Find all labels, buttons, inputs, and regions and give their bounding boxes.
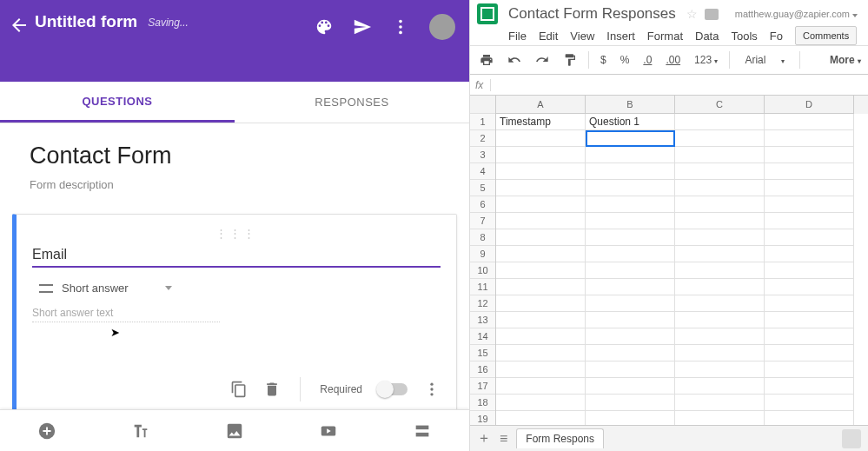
all-sheets-icon[interactable]: ≡ xyxy=(500,431,507,447)
cell[interactable] xyxy=(765,229,854,246)
cell[interactable] xyxy=(496,328,586,345)
row-header[interactable]: 13 xyxy=(470,312,495,328)
comments-button[interactable]: Comments xyxy=(795,26,857,45)
cell[interactable] xyxy=(675,395,765,411)
question-more-icon[interactable] xyxy=(423,381,441,398)
add-sheet-icon[interactable]: ＋ xyxy=(477,429,491,448)
cell[interactable] xyxy=(765,180,854,196)
duplicate-icon[interactable] xyxy=(230,381,248,398)
cell[interactable] xyxy=(496,196,586,213)
cell[interactable] xyxy=(586,196,675,213)
cell[interactable] xyxy=(765,114,854,130)
cell[interactable] xyxy=(675,312,765,328)
more-vert-icon[interactable] xyxy=(391,17,410,36)
cell[interactable] xyxy=(675,147,765,163)
row-header[interactable]: 12 xyxy=(470,295,495,312)
cell[interactable] xyxy=(496,180,586,196)
cell[interactable] xyxy=(586,411,675,425)
palette-icon[interactable] xyxy=(315,17,334,36)
cell[interactable] xyxy=(765,262,854,279)
col-header[interactable]: A xyxy=(496,96,586,114)
cell[interactable] xyxy=(586,345,675,361)
cell[interactable] xyxy=(586,328,675,345)
sheet-tab[interactable]: Form Respons xyxy=(516,428,604,448)
cell[interactable] xyxy=(496,312,586,328)
tab-questions[interactable]: QUESTIONS xyxy=(0,82,235,123)
cell[interactable] xyxy=(765,378,854,395)
menu-insert[interactable]: Insert xyxy=(606,30,635,43)
cell[interactable] xyxy=(586,378,675,395)
row-header[interactable]: 11 xyxy=(470,279,495,295)
cell[interactable] xyxy=(496,246,586,262)
cell[interactable] xyxy=(496,147,586,163)
cell[interactable] xyxy=(496,395,586,411)
redo-icon[interactable] xyxy=(533,51,552,69)
cell[interactable] xyxy=(765,163,854,180)
cell[interactable] xyxy=(675,361,765,378)
cell[interactable] xyxy=(496,295,586,312)
cell[interactable] xyxy=(496,213,586,229)
cell[interactable] xyxy=(586,295,675,312)
sheets-logo-icon[interactable] xyxy=(477,3,498,24)
format-percent[interactable]: % xyxy=(618,52,633,68)
cell[interactable] xyxy=(675,262,765,279)
cell[interactable] xyxy=(496,378,586,395)
cell[interactable] xyxy=(765,312,854,328)
cell[interactable] xyxy=(675,130,765,147)
row-header[interactable]: 15 xyxy=(470,345,495,361)
cell[interactable] xyxy=(496,229,586,246)
row-header[interactable]: 10 xyxy=(470,262,495,279)
toolbar-more[interactable]: More ▾ xyxy=(830,54,861,66)
menu-edit[interactable]: Edit xyxy=(539,30,558,43)
cell[interactable] xyxy=(675,246,765,262)
cell[interactable] xyxy=(675,328,765,345)
add-video-icon[interactable] xyxy=(319,421,338,441)
send-icon[interactable] xyxy=(353,17,372,36)
cell[interactable] xyxy=(765,130,854,147)
cell[interactable] xyxy=(675,163,765,180)
cell[interactable] xyxy=(765,147,854,163)
row-header[interactable]: 1 xyxy=(470,114,495,130)
cell[interactable] xyxy=(496,279,586,295)
add-question-icon[interactable] xyxy=(37,421,56,441)
form-description[interactable]: Form description xyxy=(30,178,440,191)
row-header[interactable]: 5 xyxy=(470,180,495,196)
sheets-doc-title[interactable]: Contact Form Responses xyxy=(508,5,676,23)
cell[interactable] xyxy=(765,196,854,213)
row-header[interactable]: 17 xyxy=(470,378,495,395)
tab-responses[interactable]: RESPONSES xyxy=(235,82,469,123)
cell[interactable] xyxy=(586,279,675,295)
cell[interactable] xyxy=(586,229,675,246)
cell[interactable] xyxy=(675,229,765,246)
cell[interactable] xyxy=(675,213,765,229)
cell[interactable]: Timestamp xyxy=(496,114,586,130)
cell[interactable] xyxy=(586,213,675,229)
explore-icon[interactable] xyxy=(842,429,861,448)
form-title[interactable]: Untitled form xyxy=(35,12,137,31)
question-title-input[interactable] xyxy=(32,245,441,268)
menu-data[interactable]: Data xyxy=(695,30,719,43)
cell[interactable] xyxy=(496,361,586,378)
back-arrow-icon[interactable] xyxy=(9,15,30,36)
add-image-icon[interactable] xyxy=(225,421,244,441)
col-header[interactable]: D xyxy=(765,96,854,114)
cell[interactable] xyxy=(496,262,586,279)
undo-icon[interactable] xyxy=(505,51,524,69)
row-header[interactable]: 8 xyxy=(470,229,495,246)
folder-icon[interactable] xyxy=(705,9,719,20)
cell[interactable] xyxy=(586,147,675,163)
star-icon[interactable]: ☆ xyxy=(686,7,698,21)
row-header[interactable]: 14 xyxy=(470,328,495,345)
cell[interactable] xyxy=(765,279,854,295)
row-header[interactable]: 7 xyxy=(470,213,495,229)
user-avatar[interactable] xyxy=(429,14,455,40)
paint-format-icon[interactable] xyxy=(560,51,580,69)
row-header[interactable]: 3 xyxy=(470,147,495,163)
cell[interactable] xyxy=(675,279,765,295)
menu-form[interactable]: Fo xyxy=(770,30,783,43)
print-icon[interactable] xyxy=(477,51,496,69)
formula-bar[interactable]: fx xyxy=(470,75,868,96)
cell[interactable] xyxy=(675,295,765,312)
cell[interactable] xyxy=(765,395,854,411)
row-header[interactable]: 16 xyxy=(470,361,495,378)
